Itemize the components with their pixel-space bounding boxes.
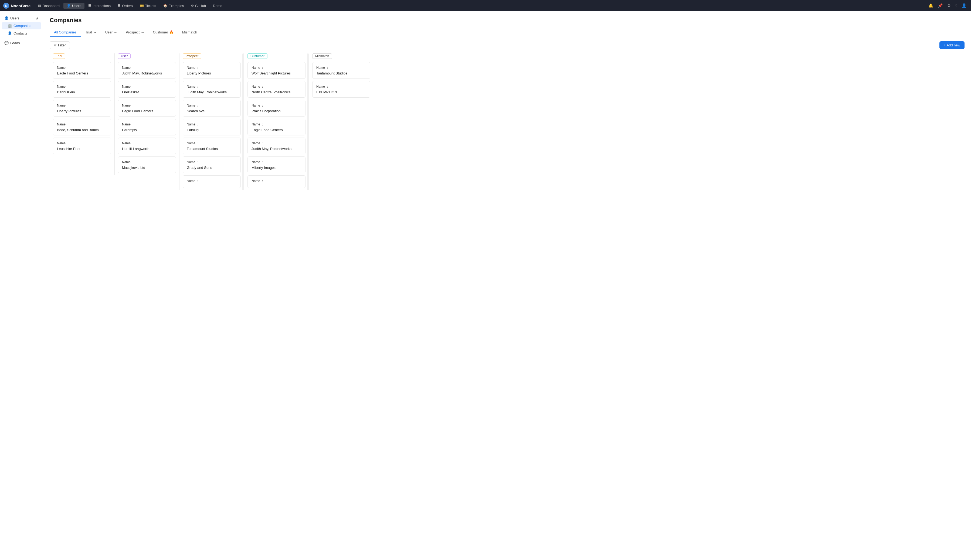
column-header-mismatch: Mismatch: [312, 53, 370, 59]
topnav-dashboard[interactable]: ▦ Dashboard: [35, 3, 63, 9]
card-label: Name ：: [57, 122, 107, 127]
topnav-orders[interactable]: ☰ Orders: [114, 3, 136, 9]
kanban-card[interactable]: Name ： Bode, Schumm and Bauch: [53, 119, 111, 135]
card-value: Danni Klein: [57, 90, 107, 94]
card-label: Name ：: [187, 65, 237, 70]
kanban-card[interactable]: Name ： Tantamount Studios: [312, 62, 370, 79]
kanban-card[interactable]: Name ： Tantamount Studios: [183, 138, 241, 154]
topnav-users-label: Users: [72, 4, 81, 8]
kanban-card[interactable]: Name ：: [247, 175, 305, 188]
tab-trial-label: Trial: [85, 30, 92, 34]
card-value: North Central Positronics: [252, 90, 302, 94]
kanban-card[interactable]: Name ： Miberty Images: [247, 157, 305, 173]
kanban-card[interactable]: Name ： Judith May, Robinetworks: [247, 138, 305, 154]
add-new-button[interactable]: + Add new: [939, 41, 964, 49]
kanban-column-user-inner: User Name ： Judith May, Robinetworks Nam…: [115, 53, 179, 173]
topnav-examples-label: Examples: [169, 4, 184, 8]
kanban-card[interactable]: Name ： EXEMPTION: [312, 81, 370, 98]
pin-icon[interactable]: 📌: [937, 2, 944, 9]
card-label: Name ：: [252, 65, 302, 70]
card-label: Name ：: [122, 65, 172, 70]
tab-trial[interactable]: Trial →: [81, 28, 101, 37]
kanban-card[interactable]: Name ： Judith May, Robinetworks: [118, 62, 176, 79]
kanban-card[interactable]: Name ： Earslug: [183, 119, 241, 135]
badge-mismatch: Mismatch: [312, 53, 332, 59]
topnav-interactions[interactable]: ☰ Interactions: [85, 3, 114, 9]
kanban-column-user: User Name ： Judith May, Robinetworks Nam…: [114, 53, 179, 175]
kanban-card[interactable]: Name ： Liberty Pictures: [183, 62, 241, 79]
tab-trial-suffix: →: [93, 30, 97, 34]
kanban-column-trial-inner: Trial Name ： Eagle Food Centers Name ： D…: [50, 53, 114, 154]
kanban-column-prospect-inner: Prospect Name ： Liberty Pictures Name ： …: [179, 53, 244, 188]
topnav-users[interactable]: 👤 Users: [63, 3, 85, 9]
kanban-card[interactable]: Name ： Eagle Food Centers: [53, 62, 111, 79]
tab-customer-label: Customer: [153, 30, 168, 34]
tabs: All Companies Trial → User → Prospect → …: [50, 28, 964, 37]
filter-icon: ▽: [54, 43, 57, 47]
sidebar-group-leads-left: 💬 Leads: [4, 41, 20, 45]
kanban-column-prospect: Prospect Name ： Liberty Pictures Name ： …: [179, 53, 244, 190]
badge-trial: Trial: [53, 53, 65, 59]
kanban-card[interactable]: Name ： Danni Klein: [53, 81, 111, 98]
bell-icon[interactable]: 🔔: [927, 2, 934, 9]
interactions-icon: ☰: [88, 4, 91, 8]
tab-all-companies[interactable]: All Companies: [50, 28, 81, 37]
topnav-demo[interactable]: Demo: [210, 3, 225, 9]
filter-button[interactable]: ▽ Filter: [50, 41, 70, 49]
help-icon[interactable]: ?: [954, 2, 958, 9]
sidebar-leads-group: 💬 Leads: [0, 39, 43, 49]
kanban-card[interactable]: Name ： Macejkovic Ltd: [118, 157, 176, 173]
kanban-card[interactable]: Name ： Liberty Pictures: [53, 100, 111, 117]
card-label: Name ：: [316, 85, 366, 89]
topnav-github[interactable]: ⊙ GitHub: [188, 3, 209, 9]
kanban-card[interactable]: Name ： FireBasket: [118, 81, 176, 98]
kanban-card[interactable]: Name ： Search Ave: [183, 100, 241, 117]
card-label: Name ：: [122, 85, 172, 89]
topnav-right: 🔔 📌 ⚙ ? 👤: [927, 2, 968, 9]
tab-prospect[interactable]: Prospect →: [122, 28, 148, 37]
card-label: Name ：: [187, 122, 237, 127]
card-label: Name ：: [252, 122, 302, 127]
tab-customer[interactable]: Customer 🔥: [148, 28, 178, 37]
tab-mismatch[interactable]: Mismatch: [178, 28, 202, 37]
card-label: Name ：: [252, 103, 302, 108]
kanban-card[interactable]: Name ： Wolf Searchlight Pictures: [247, 62, 305, 79]
topnav: N NocoBase ▦ Dashboard 👤 Users ☰ Interac…: [0, 0, 971, 11]
card-label: Name ：: [57, 141, 107, 146]
sidebar-group-users[interactable]: 👤 Users ∧: [2, 15, 41, 22]
kanban-card[interactable]: Name ：: [183, 175, 241, 188]
kanban-card[interactable]: Name ： Earempty: [118, 119, 176, 135]
kanban-card[interactable]: Name ： Hamill-Langworth: [118, 138, 176, 154]
kanban-card[interactable]: Name ： Praxis Corporation: [247, 100, 305, 117]
logo[interactable]: N NocoBase: [3, 3, 30, 8]
contacts-icon: 👤: [8, 31, 12, 35]
topnav-examples[interactable]: 🏠 Examples: [160, 3, 187, 9]
kanban-card[interactable]: Name ： Eagle Food Centers: [118, 100, 176, 117]
sidebar-item-companies[interactable]: 🏢 Companies: [2, 22, 41, 29]
user-avatar-icon[interactable]: 👤: [961, 2, 968, 9]
card-value: Earslug: [187, 128, 237, 132]
sidebar-group-leads[interactable]: 💬 Leads: [2, 39, 41, 47]
tab-prospect-suffix: →: [140, 30, 144, 34]
settings-icon[interactable]: ⚙: [946, 2, 952, 9]
sidebar-item-contacts[interactable]: 👤 Contacts: [2, 30, 41, 37]
card-label: Name ：: [187, 160, 237, 165]
orders-icon: ☰: [118, 4, 121, 8]
tab-user[interactable]: User →: [101, 28, 122, 37]
topnav-tickets[interactable]: 🎫 Tickets: [137, 3, 160, 9]
sidebar-group-users-left: 👤 Users: [4, 16, 20, 20]
sidebar-contacts-label: Contacts: [13, 31, 27, 35]
topnav-github-label: GitHub: [195, 4, 206, 8]
kanban-column-customer-inner: Customer Name ： Wolf Searchlight Picture…: [244, 53, 309, 188]
kanban-column-mismatch: Mismatch Name ： Tantamount Studios Name …: [309, 53, 374, 100]
column-header-prospect: Prospect: [183, 53, 241, 59]
tab-user-suffix: →: [113, 30, 117, 34]
examples-icon: 🏠: [163, 4, 167, 8]
kanban-card[interactable]: Name ： Grady and Sons: [183, 157, 241, 173]
kanban-card[interactable]: Name ： Eagle Food Centers: [247, 119, 305, 135]
card-label: Name ：: [316, 65, 366, 70]
kanban-card[interactable]: Name ： Leuschke-Ebert: [53, 138, 111, 154]
companies-icon: 🏢: [8, 24, 12, 28]
kanban-card[interactable]: Name ： Judith May, Robinetworks: [183, 81, 241, 98]
kanban-card[interactable]: Name ： North Central Positronics: [247, 81, 305, 98]
